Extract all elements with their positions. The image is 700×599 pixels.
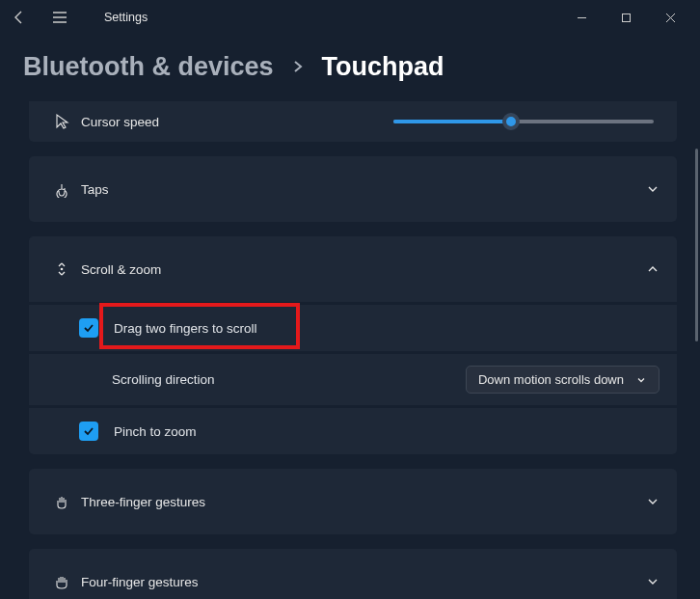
tap-icon	[42, 180, 81, 198]
hamburger-menu-button[interactable]	[48, 6, 71, 29]
chevron-right-icon	[291, 56, 305, 78]
breadcrumb-parent[interactable]: Bluetooth & devices	[23, 52, 274, 82]
chevron-up-icon	[646, 262, 660, 276]
titlebar: Settings	[0, 0, 700, 35]
four-finger-row[interactable]: Four-finger gestures	[29, 549, 677, 599]
chevron-down-icon	[635, 374, 647, 386]
chevron-down-icon	[646, 182, 660, 196]
chevron-down-icon	[646, 495, 660, 508]
pinch-to-zoom-row: Pinch to zoom	[29, 408, 677, 454]
drag-two-fingers-label: Drag two fingers to scroll	[114, 321, 660, 336]
scrolling-direction-label: Scrolling direction	[112, 372, 466, 387]
scroll-icon	[42, 260, 81, 278]
back-button[interactable]	[8, 6, 31, 29]
svg-point-1	[61, 268, 64, 271]
cursor-speed-label: Cursor speed	[81, 115, 393, 129]
scroll-zoom-label: Scroll & zoom	[81, 262, 646, 277]
taps-label: Taps	[81, 182, 646, 197]
scrolling-direction-dropdown[interactable]: Down motion scrolls down	[466, 366, 660, 394]
breadcrumb-current: Touchpad	[322, 52, 444, 82]
cursor-speed-slider[interactable]	[393, 120, 654, 123]
cursor-icon	[42, 113, 81, 130]
maximize-button[interactable]	[604, 2, 648, 33]
minimize-button[interactable]	[559, 2, 604, 33]
chevron-down-icon	[646, 575, 660, 588]
app-title: Settings	[104, 11, 148, 24]
scroll-zoom-row[interactable]: Scroll & zoom	[29, 236, 677, 302]
three-finger-row[interactable]: Three-finger gestures	[29, 469, 677, 534]
close-button[interactable]	[648, 2, 692, 33]
drag-two-fingers-row: Drag two fingers to scroll	[29, 305, 677, 351]
scrolling-direction-row: Scrolling direction Down motion scrolls …	[29, 354, 677, 405]
drag-two-fingers-checkbox[interactable]	[79, 318, 98, 338]
three-finger-label: Three-finger gestures	[81, 495, 646, 509]
four-finger-label: Four-finger gestures	[81, 575, 646, 589]
cursor-speed-row: Cursor speed	[29, 101, 677, 142]
svg-rect-0	[622, 14, 630, 21]
four-finger-icon	[42, 573, 81, 590]
scrolling-direction-value: Down motion scrolls down	[478, 372, 624, 387]
content: Cursor speed Taps Scroll & zoom	[0, 101, 700, 599]
scrollbar[interactable]	[695, 149, 698, 341]
taps-row[interactable]: Taps	[29, 156, 677, 222]
breadcrumb: Bluetooth & devices Touchpad	[0, 35, 700, 101]
pinch-to-zoom-checkbox[interactable]	[79, 422, 98, 441]
three-finger-icon	[42, 493, 81, 510]
pinch-to-zoom-label: Pinch to zoom	[114, 424, 660, 439]
